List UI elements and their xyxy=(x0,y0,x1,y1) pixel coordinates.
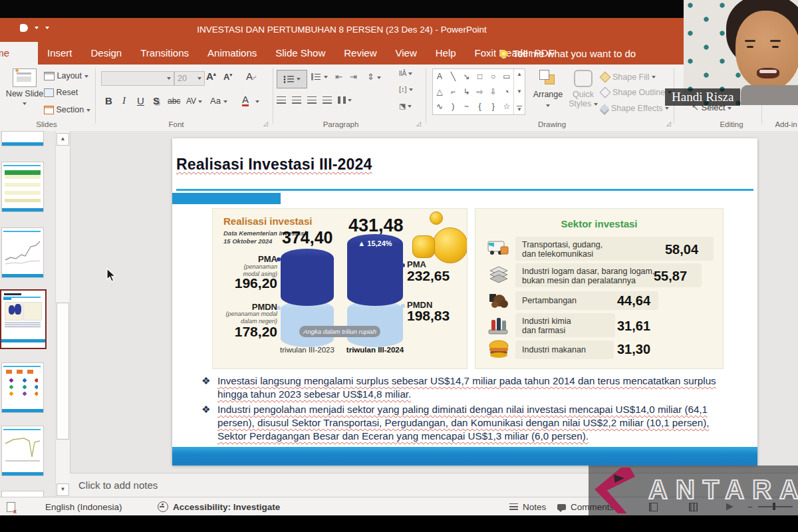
text-direction-button[interactable]: llÂ xyxy=(399,70,412,77)
thumbnail-slide-partial-top[interactable] xyxy=(1,131,44,146)
character-spacing-button[interactable]: AV xyxy=(186,96,202,106)
slide-title[interactable]: Realisasi Investasi III-2024 xyxy=(176,156,372,174)
tab-review[interactable]: Review xyxy=(334,42,386,65)
realisasi-infographic[interactable]: Realisasi investasi Data Kementerian Inv… xyxy=(212,208,467,369)
tab-design[interactable]: Design xyxy=(82,42,132,65)
mining-icon xyxy=(486,289,511,311)
tell-me-box[interactable]: Tell me what you want to do xyxy=(500,42,636,65)
font-dialog-launcher[interactable]: ◿ xyxy=(263,120,270,127)
addins-group-label: Add-in xyxy=(766,120,798,128)
tab-insert[interactable]: Insert xyxy=(38,42,82,65)
paragraph-dialog-launcher[interactable]: ◿ xyxy=(416,120,423,127)
growth-badge: ▲ 15,24% xyxy=(347,239,403,247)
mouse-cursor xyxy=(106,268,117,283)
tab-animations[interactable]: Animations xyxy=(198,42,266,65)
speaker-name-tag: Handi Risza xyxy=(665,88,740,106)
font-group-label: Font xyxy=(106,120,246,128)
bullets-button[interactable] xyxy=(277,70,307,88)
notes-placeholder[interactable]: Click to add notes xyxy=(78,479,158,491)
notes-button[interactable]: Notes xyxy=(509,497,546,516)
section-button[interactable]: Section xyxy=(44,105,90,114)
tab-view[interactable]: View xyxy=(386,42,426,65)
drawing-dialog-launcher[interactable]: ◿ xyxy=(666,120,673,127)
shapes-gallery[interactable]: A╲↘□○▭ △⌐↳⇨⇩◔ ∿)~{}☆ ▲▼▼ xyxy=(432,68,525,115)
pmdn-2024-cylinder xyxy=(347,301,403,347)
mini-line-chart xyxy=(4,237,41,267)
bullet-item: ❖ Industri pengolahan menjadi sektor yan… xyxy=(201,403,737,443)
increase-indent-button[interactable]: ⇥ xyxy=(350,72,357,82)
sektor-title: Sektor investasi xyxy=(475,218,723,229)
slide-body-text[interactable]: ❖ Investasi langsung mengalami surplus s… xyxy=(201,374,737,445)
align-right-button[interactable] xyxy=(307,96,317,104)
new-slide-button[interactable]: ✦ New Slide xyxy=(5,68,44,108)
thumbnail-slide-diagram[interactable] xyxy=(1,362,44,413)
shape-fill-button[interactable]: Shape Fill xyxy=(601,72,656,82)
burger-icon xyxy=(486,338,511,360)
italic-button[interactable]: I xyxy=(122,95,126,106)
grow-font-button[interactable]: A▴ xyxy=(206,70,216,82)
scrollbar-thumb[interactable] xyxy=(57,303,69,440)
quick-styles-icon xyxy=(574,70,593,87)
font-color-button[interactable]: A xyxy=(242,95,249,106)
shape-effects-button[interactable]: Shape Effects xyxy=(601,104,669,113)
realisasi-title: Realisasi investasi xyxy=(223,215,312,227)
quick-styles-button[interactable]: Quick Styles xyxy=(568,70,598,109)
line-spacing-button[interactable]: ⇕ xyxy=(367,72,381,82)
accessibility-status[interactable]: Accessibility: Investigate xyxy=(158,497,280,516)
shrink-font-button[interactable]: A▾ xyxy=(223,72,232,82)
sector-row-label: Transportasi, gudang, dan telekomunikasi xyxy=(522,240,602,259)
shape-outline-button[interactable]: Shape Outline xyxy=(601,88,672,97)
font-color-dropdown[interactable] xyxy=(255,100,259,103)
bold-button[interactable]: B xyxy=(105,95,112,106)
scroll-up-button[interactable]: ▲ xyxy=(57,133,69,146)
language-status[interactable]: English (Indonesia) xyxy=(45,497,122,516)
underline-button[interactable]: U xyxy=(137,95,144,106)
down-arrow-shape-icon: ⇩ xyxy=(487,84,500,100)
bullet-icon: ❖ xyxy=(201,374,212,401)
thumbnail-slide-chart2[interactable] xyxy=(1,426,44,476)
layout-button[interactable]: Layout xyxy=(44,71,88,80)
clear-formatting-button[interactable]: A⌿ xyxy=(246,70,257,82)
text-shadow-button[interactable]: S xyxy=(153,95,160,106)
pma-2023-value: 196,20 xyxy=(231,275,277,291)
tab-help[interactable]: Help xyxy=(426,42,466,65)
total-2023: 374,40 xyxy=(282,228,332,247)
video-letterbox-top xyxy=(0,0,798,18)
gallery-scroll[interactable]: ▲▼▼ xyxy=(513,69,525,114)
elbow-shape-icon: ⌐ xyxy=(446,84,460,100)
decrease-indent-button[interactable]: ⇤ xyxy=(335,72,342,82)
thumbnail-slide-current-selected[interactable] xyxy=(0,289,47,349)
change-case-button[interactable]: Aa xyxy=(210,96,227,106)
thumbnail-slide-chart[interactable] xyxy=(1,227,44,278)
tab-transitions[interactable]: Transitions xyxy=(131,42,198,65)
font-size-combobox[interactable]: 20 xyxy=(174,71,205,86)
scroll-down-button[interactable]: ▼ xyxy=(57,483,69,496)
brace-right-shape-icon: } xyxy=(487,99,500,114)
tab-home[interactable]: Home xyxy=(0,42,38,65)
tab-slide-show[interactable]: Slide Show xyxy=(266,42,334,65)
align-left-button[interactable] xyxy=(277,96,286,104)
sector-row-value: 44,64 xyxy=(617,293,650,309)
slide-editor-area[interactable]: Realisasi Investasi III-2024 Realisasi i… xyxy=(70,131,798,473)
align-text-button[interactable]: [↕] xyxy=(399,85,413,93)
reset-button[interactable]: Reset xyxy=(44,88,78,97)
coin-icon-large xyxy=(432,227,467,263)
axis-2024-label: triwulan III-2024 xyxy=(340,346,410,354)
align-center-button[interactable] xyxy=(292,96,301,104)
sektor-infographic[interactable]: Sektor investasi Transportasi, gudang, d… xyxy=(475,208,724,369)
strikethrough-button[interactable]: abc xyxy=(168,96,180,106)
smartart-button[interactable]: ⬔ xyxy=(399,102,412,110)
thumbnail-slide-table[interactable] xyxy=(1,162,44,212)
columns-button[interactable] xyxy=(338,96,352,104)
sector-row-label: Industri kimia dan farmasi xyxy=(522,317,571,336)
numbering-button[interactable] xyxy=(311,73,328,81)
font-name-combobox[interactable] xyxy=(101,71,174,86)
proofing-status[interactable] xyxy=(7,497,15,516)
shape-icons[interactable]: A╲↘□○▭ △⌐↳⇨⇩◔ ∿)~{}☆ xyxy=(433,69,513,114)
arrange-button[interactable]: Arrange xyxy=(531,70,565,110)
slide-canvas[interactable]: Realisasi Investasi III-2024 Realisasi i… xyxy=(172,138,757,466)
speaker-shoulder xyxy=(741,85,798,105)
justify-button[interactable] xyxy=(323,96,332,104)
arrow-shape-icon: ↘ xyxy=(460,69,473,84)
thumbnail-scrollbar[interactable]: ▲ ▼ xyxy=(55,131,70,497)
